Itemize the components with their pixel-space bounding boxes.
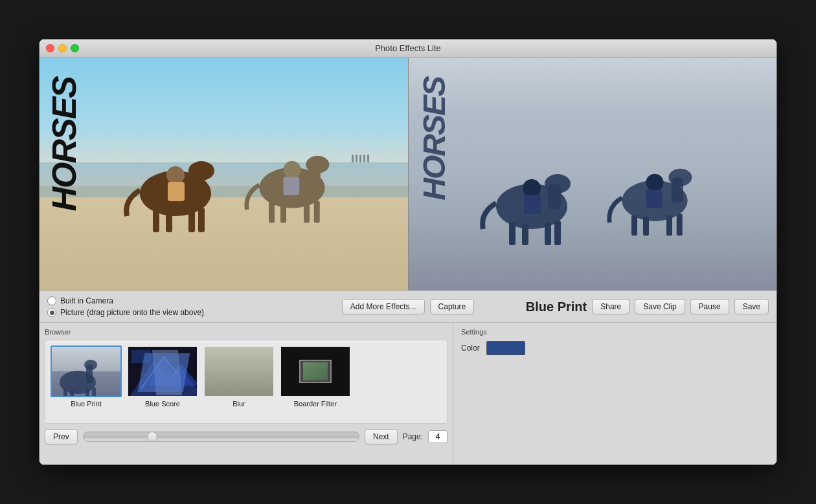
person-silhouette	[359, 155, 361, 162]
controls-row: Built in Camera Picture (drag picture on…	[40, 290, 776, 322]
thumb-boarder-bg	[281, 347, 350, 396]
svg-rect-26	[554, 221, 561, 245]
effect-item-bluescore[interactable]: Blue Score	[127, 345, 198, 418]
horse-silhouette-1	[117, 135, 234, 239]
radio-picture-label: Picture (drag picture onto the view abov…	[60, 308, 204, 317]
slider-thumb[interactable]	[147, 432, 157, 442]
thumbnail-bluescore	[127, 345, 198, 397]
svg-rect-15	[280, 204, 286, 223]
window-controls	[46, 44, 79, 52]
thumbnail-boarder	[280, 345, 351, 397]
radio-picture-item[interactable]: Picture (drag picture onto the view abov…	[47, 308, 332, 317]
title-bar: Photo Effects Lite	[40, 39, 776, 58]
svg-rect-34	[666, 215, 672, 236]
original-image[interactable]: HORSES	[40, 58, 408, 290]
svg-rect-39	[63, 389, 67, 396]
source-controls: Built in Camera Picture (drag picture on…	[47, 296, 332, 317]
bp-horse-silhouette-2	[596, 142, 713, 245]
svg-rect-31	[646, 190, 662, 208]
thumb-blueprint-svg	[52, 347, 120, 396]
effect-image[interactable]: HORSES	[408, 58, 777, 290]
svg-point-21	[523, 179, 541, 197]
person-silhouette	[367, 155, 369, 162]
settings-panel: Settings Color	[453, 322, 776, 465]
svg-rect-23	[509, 223, 516, 245]
people-area	[352, 155, 369, 162]
person-silhouette	[356, 155, 357, 162]
thumb-bluescore-svg	[128, 347, 197, 396]
svg-rect-35	[676, 214, 682, 236]
horses-watermark-right: HORSES	[416, 77, 452, 201]
blueprint-label: Blue Print	[71, 400, 102, 408]
svg-rect-38	[86, 365, 93, 383]
horses-watermark-left: HORSES	[45, 77, 84, 212]
minimize-button[interactable]	[58, 44, 67, 52]
thumb-boarder-image	[303, 362, 328, 380]
radio-picture-circle[interactable]	[47, 308, 56, 317]
right-controls: Blue Print Share Save Clip Pause Save	[484, 299, 769, 314]
images-row: HORSES	[40, 58, 776, 290]
radio-group: Built in Camera Picture (drag picture on…	[47, 296, 332, 317]
svg-rect-32	[631, 215, 637, 236]
prev-button[interactable]: Prev	[45, 429, 78, 444]
save-clip-button[interactable]: Save Clip	[635, 299, 685, 314]
effect-name: Blue Print	[526, 300, 587, 314]
effect-item-blur[interactable]: Blur	[203, 345, 275, 418]
maximize-button[interactable]	[71, 44, 79, 52]
thumb-blur-bg	[205, 347, 273, 396]
svg-rect-42	[92, 388, 96, 396]
thumbnail-blur	[203, 345, 275, 397]
bluescore-label: Blue Score	[145, 400, 180, 408]
svg-rect-8	[198, 208, 205, 232]
browser-items: Blue Print	[45, 340, 448, 424]
color-swatch[interactable]	[486, 341, 525, 355]
svg-line-46	[141, 356, 164, 389]
page-input[interactable]	[428, 430, 448, 443]
svg-point-12	[284, 161, 301, 179]
settings-label: Settings	[461, 328, 769, 336]
share-button[interactable]: Share	[592, 299, 629, 314]
svg-rect-2	[192, 171, 205, 197]
radio-camera-item[interactable]: Built in Camera	[47, 296, 332, 305]
color-label: Color	[461, 344, 480, 353]
svg-rect-16	[304, 203, 310, 223]
settings-color-row: Color	[461, 341, 769, 355]
horse-silhouette-2	[234, 129, 350, 232]
main-content: HORSES	[40, 58, 776, 465]
page-label: Page:	[403, 432, 423, 441]
svg-rect-22	[524, 195, 541, 214]
thumb-boarder-frame	[299, 360, 332, 383]
svg-rect-11	[309, 164, 321, 190]
svg-rect-7	[188, 210, 195, 232]
beach-photo: HORSES	[40, 58, 408, 290]
svg-line-47	[164, 356, 177, 373]
add-effects-button[interactable]: Add More Effects...	[342, 299, 425, 314]
effect-item-blueprint[interactable]: Blue Print	[51, 345, 122, 418]
blur-label: Blur	[232, 400, 245, 408]
browser-label: Browser	[45, 328, 448, 336]
svg-point-30	[646, 174, 663, 192]
thumbnail-blueprint	[51, 345, 122, 397]
main-window: Photo Effects Lite	[39, 39, 777, 465]
svg-rect-25	[545, 223, 551, 245]
radio-camera-circle[interactable]	[47, 296, 56, 305]
svg-rect-40	[70, 390, 74, 396]
svg-rect-24	[522, 225, 528, 245]
bottom-row: Browser	[40, 322, 776, 465]
effect-item-boarder[interactable]: Boarder Filter	[280, 345, 351, 418]
close-button[interactable]	[46, 44, 54, 52]
save-button[interactable]: Save	[734, 299, 769, 314]
capture-button[interactable]: Capture	[430, 299, 475, 314]
window-title: Photo Effects Lite	[375, 43, 441, 53]
thumb-bluescore-bg	[128, 347, 197, 396]
next-button[interactable]: Next	[365, 429, 398, 444]
svg-rect-48	[131, 350, 151, 363]
pause-button[interactable]: Pause	[690, 299, 729, 314]
page-slider[interactable]	[83, 432, 359, 442]
person-silhouette	[352, 155, 354, 162]
svg-point-3	[166, 166, 185, 184]
svg-rect-17	[314, 201, 320, 223]
slider-track	[84, 435, 359, 438]
svg-rect-33	[643, 217, 649, 236]
svg-rect-13	[284, 177, 300, 195]
